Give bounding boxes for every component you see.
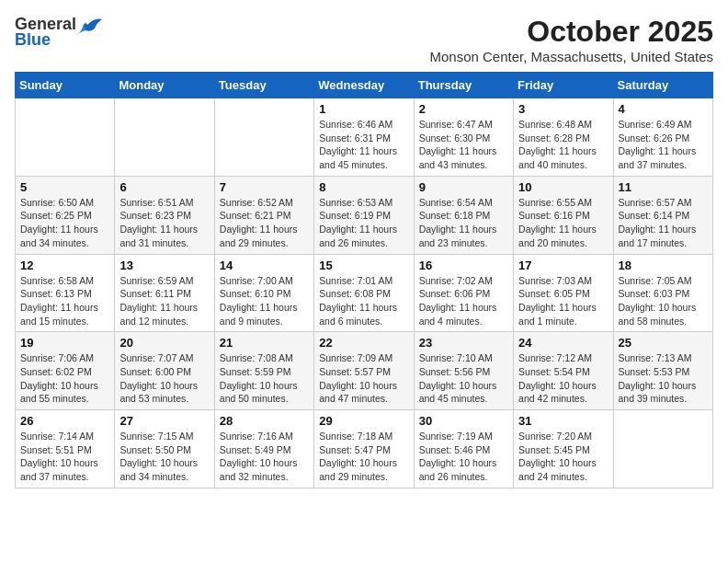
day-number: 1: [319, 102, 408, 116]
calendar-cell: 1Sunrise: 6:46 AMSunset: 6:31 PMDaylight…: [314, 98, 414, 177]
day-number: 3: [518, 102, 608, 116]
day-number: 22: [319, 336, 408, 350]
calendar-cell: 23Sunrise: 7:10 AMSunset: 5:56 PMDayligh…: [414, 332, 513, 410]
logo: General Blue: [15, 15, 102, 50]
calendar-week-row: 5Sunrise: 6:50 AMSunset: 6:25 PMDaylight…: [16, 176, 713, 254]
day-info: Sunrise: 7:07 AMSunset: 6:00 PMDaylight:…: [119, 351, 209, 406]
calendar-cell: [613, 410, 712, 488]
day-number: 17: [518, 259, 608, 272]
day-info: Sunrise: 6:46 AMSunset: 6:31 PMDaylight:…: [319, 118, 408, 172]
calendar-cell: 24Sunrise: 7:12 AMSunset: 5:54 PMDayligh…: [514, 332, 613, 410]
header-tuesday: Tuesday: [214, 73, 313, 98]
day-number: 28: [220, 414, 309, 428]
day-info: Sunrise: 7:15 AMSunset: 5:50 PMDaylight:…: [119, 430, 209, 484]
day-info: Sunrise: 6:48 AMSunset: 6:28 PMDaylight:…: [518, 118, 608, 172]
day-info: Sunrise: 7:14 AMSunset: 5:51 PMDaylight:…: [20, 430, 109, 484]
day-number: 7: [220, 180, 309, 194]
day-number: 10: [518, 180, 608, 194]
header-friday: Friday: [514, 73, 613, 98]
day-info: Sunrise: 7:20 AMSunset: 5:45 PMDaylight:…: [518, 430, 608, 484]
day-number: 23: [419, 336, 508, 350]
location-title: Monson Center, Massachusetts, United Sta…: [430, 49, 714, 64]
calendar-cell: 25Sunrise: 7:13 AMSunset: 5:53 PMDayligh…: [613, 332, 712, 410]
calendar-cell: 10Sunrise: 6:55 AMSunset: 6:16 PMDayligh…: [514, 176, 613, 254]
day-info: Sunrise: 6:59 AMSunset: 6:11 PMDaylight:…: [119, 274, 209, 328]
day-number: 15: [319, 259, 408, 272]
day-number: 19: [20, 336, 109, 350]
day-info: Sunrise: 7:06 AMSunset: 6:02 PMDaylight:…: [20, 351, 109, 406]
day-number: 13: [119, 259, 209, 272]
calendar-cell: 8Sunrise: 6:53 AMSunset: 6:19 PMDaylight…: [314, 176, 414, 254]
day-info: Sunrise: 7:01 AMSunset: 6:08 PMDaylight:…: [319, 274, 408, 328]
calendar-cell: 11Sunrise: 6:57 AMSunset: 6:14 PMDayligh…: [613, 176, 712, 254]
day-info: Sunrise: 6:53 AMSunset: 6:19 PMDaylight:…: [319, 196, 408, 250]
calendar-cell: 17Sunrise: 7:03 AMSunset: 6:05 PMDayligh…: [514, 254, 613, 332]
header-monday: Monday: [115, 73, 214, 98]
calendar-cell: 4Sunrise: 6:49 AMSunset: 6:26 PMDaylight…: [613, 98, 712, 177]
month-title: October 2025: [430, 15, 714, 49]
day-number: 20: [119, 336, 209, 350]
day-info: Sunrise: 7:09 AMSunset: 5:57 PMDaylight:…: [319, 351, 408, 406]
day-info: Sunrise: 6:51 AMSunset: 6:23 PMDaylight:…: [119, 196, 209, 250]
day-number: 2: [419, 102, 508, 116]
day-info: Sunrise: 7:18 AMSunset: 5:47 PMDaylight:…: [319, 430, 408, 484]
calendar-cell: 20Sunrise: 7:07 AMSunset: 6:00 PMDayligh…: [115, 332, 214, 410]
calendar-cell: 5Sunrise: 6:50 AMSunset: 6:25 PMDaylight…: [16, 176, 115, 254]
day-info: Sunrise: 6:50 AMSunset: 6:25 PMDaylight:…: [20, 196, 109, 250]
header-saturday: Saturday: [613, 73, 712, 98]
logo-bird-icon: [78, 16, 102, 34]
day-info: Sunrise: 7:08 AMSunset: 5:59 PMDaylight:…: [220, 351, 309, 406]
calendar-cell: 18Sunrise: 7:05 AMSunset: 6:03 PMDayligh…: [613, 254, 712, 332]
day-info: Sunrise: 6:54 AMSunset: 6:18 PMDaylight:…: [419, 196, 508, 250]
calendar-header-row: SundayMondayTuesdayWednesdayThursdayFrid…: [16, 73, 713, 98]
day-info: Sunrise: 7:03 AMSunset: 6:05 PMDaylight:…: [518, 274, 608, 328]
calendar-cell: [115, 98, 214, 177]
header-sunday: Sunday: [16, 73, 115, 98]
header-wednesday: Wednesday: [314, 73, 414, 98]
day-number: 21: [220, 336, 309, 350]
calendar-cell: 6Sunrise: 6:51 AMSunset: 6:23 PMDaylight…: [115, 176, 214, 254]
calendar-cell: [214, 98, 313, 177]
calendar-week-row: 1Sunrise: 6:46 AMSunset: 6:31 PMDaylight…: [16, 98, 713, 177]
header-thursday: Thursday: [414, 73, 513, 98]
calendar-cell: 26Sunrise: 7:14 AMSunset: 5:51 PMDayligh…: [16, 410, 115, 488]
calendar-cell: 29Sunrise: 7:18 AMSunset: 5:47 PMDayligh…: [314, 410, 414, 488]
day-info: Sunrise: 7:19 AMSunset: 5:46 PMDaylight:…: [419, 430, 508, 484]
calendar-cell: 2Sunrise: 6:47 AMSunset: 6:30 PMDaylight…: [414, 98, 513, 177]
title-area: October 2025 Monson Center, Massachusett…: [430, 15, 714, 64]
day-info: Sunrise: 6:55 AMSunset: 6:16 PMDaylight:…: [518, 196, 608, 250]
calendar-cell: 19Sunrise: 7:06 AMSunset: 6:02 PMDayligh…: [16, 332, 115, 410]
day-info: Sunrise: 6:47 AMSunset: 6:30 PMDaylight:…: [419, 118, 508, 172]
calendar-cell: 7Sunrise: 6:52 AMSunset: 6:21 PMDaylight…: [214, 176, 313, 254]
calendar-cell: 15Sunrise: 7:01 AMSunset: 6:08 PMDayligh…: [314, 254, 414, 332]
calendar-cell: 9Sunrise: 6:54 AMSunset: 6:18 PMDaylight…: [414, 176, 513, 254]
calendar-week-row: 12Sunrise: 6:58 AMSunset: 6:13 PMDayligh…: [16, 254, 713, 332]
calendar-table: SundayMondayTuesdayWednesdayThursdayFrid…: [15, 72, 713, 488]
logo-blue-text: Blue: [15, 30, 51, 50]
day-number: 30: [419, 414, 508, 428]
day-number: 25: [619, 336, 708, 350]
calendar-cell: 22Sunrise: 7:09 AMSunset: 5:57 PMDayligh…: [314, 332, 414, 410]
calendar-week-row: 26Sunrise: 7:14 AMSunset: 5:51 PMDayligh…: [16, 410, 713, 488]
day-info: Sunrise: 7:05 AMSunset: 6:03 PMDaylight:…: [619, 274, 708, 328]
day-number: 27: [119, 414, 209, 428]
day-number: 14: [220, 259, 309, 272]
day-info: Sunrise: 6:57 AMSunset: 6:14 PMDaylight:…: [619, 196, 708, 250]
day-number: 26: [20, 414, 109, 428]
day-number: 6: [119, 180, 209, 194]
calendar-cell: 12Sunrise: 6:58 AMSunset: 6:13 PMDayligh…: [16, 254, 115, 332]
day-info: Sunrise: 7:02 AMSunset: 6:06 PMDaylight:…: [419, 274, 508, 328]
day-info: Sunrise: 7:12 AMSunset: 5:54 PMDaylight:…: [518, 351, 608, 406]
calendar-cell: 16Sunrise: 7:02 AMSunset: 6:06 PMDayligh…: [414, 254, 513, 332]
calendar-cell: 31Sunrise: 7:20 AMSunset: 5:45 PMDayligh…: [514, 410, 613, 488]
day-info: Sunrise: 7:13 AMSunset: 5:53 PMDaylight:…: [619, 351, 708, 406]
day-info: Sunrise: 7:16 AMSunset: 5:49 PMDaylight:…: [220, 430, 309, 484]
day-number: 5: [20, 180, 109, 194]
calendar-cell: 21Sunrise: 7:08 AMSunset: 5:59 PMDayligh…: [214, 332, 313, 410]
day-number: 8: [319, 180, 408, 194]
calendar-cell: 14Sunrise: 7:00 AMSunset: 6:10 PMDayligh…: [214, 254, 313, 332]
day-number: 4: [619, 102, 708, 116]
day-number: 16: [419, 259, 508, 272]
day-number: 18: [619, 259, 708, 272]
day-number: 11: [619, 180, 708, 194]
